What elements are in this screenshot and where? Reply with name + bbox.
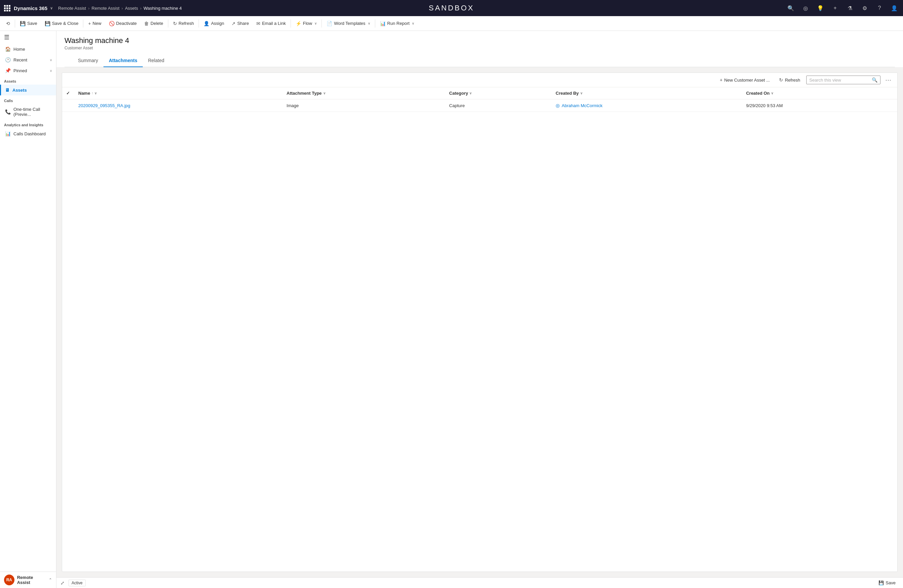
record-header: Washing machine 4 Customer Asset Summary… — [57, 31, 903, 67]
sidebar-item-pinned-label: Pinned — [13, 68, 27, 73]
content-area: Washing machine 4 Customer Asset Summary… — [57, 31, 903, 588]
sidebar-item-calls-dashboard[interactable]: 📊 Calls Dashboard — [0, 128, 56, 139]
deactivate-button[interactable]: 🚫 Deactivate — [105, 19, 140, 28]
grid-area: + New Customer Asset ... ↻ Refresh 🔍 ⋯ — [62, 72, 898, 572]
category-sort-icon: ∨ — [469, 91, 472, 95]
save-close-icon: 💾 — [45, 21, 50, 26]
breadcrumb-remote-assist-1[interactable]: Remote Assist — [58, 6, 86, 11]
sidebar-item-pinned[interactable]: 📌 Pinned ∨ — [0, 65, 56, 76]
share-icon: ↗ — [231, 21, 236, 26]
col-header-created-by[interactable]: Created By ∨ — [552, 87, 742, 99]
add-icon[interactable]: + — [831, 3, 840, 13]
col-header-name[interactable]: Name ↑ ∨ — [74, 87, 283, 99]
breadcrumb-assets[interactable]: Assets — [125, 6, 138, 11]
pinned-icon: 📌 — [5, 68, 11, 73]
separator-2 — [83, 19, 83, 28]
waffle-icon[interactable] — [4, 5, 10, 11]
tab-summary[interactable]: Summary — [72, 54, 104, 67]
refresh-button[interactable]: ↻ Refresh — [170, 19, 198, 28]
row-created-on-cell: 9/29/2020 9:53 AM — [742, 99, 897, 112]
lightbulb-icon[interactable]: 💡 — [816, 3, 825, 13]
email-link-button[interactable]: ✉ Email a Link — [253, 19, 289, 28]
sidebar-item-assets[interactable]: 🖥 Assets — [0, 85, 56, 95]
sidebar-item-home[interactable]: 🏠 Home — [0, 44, 56, 54]
row-checkbox[interactable] — [62, 99, 74, 112]
flow-button[interactable]: ⚡ Flow ∨ — [292, 19, 320, 28]
dashboard-icon: 📊 — [5, 131, 11, 136]
new-icon: + — [88, 21, 91, 26]
save-close-button[interactable]: 💾 Save & Close — [41, 19, 82, 28]
sidebar-user[interactable]: RA Remote Assist ⌃ — [0, 572, 56, 588]
more-options-button[interactable]: ⋯ — [883, 75, 893, 84]
breadcrumb-sep-2: › — [122, 6, 123, 11]
sidebar-item-assets-label: Assets — [13, 88, 27, 93]
table-row: 20200929_095355_RA.jpg Image Capture ◎ A… — [62, 99, 897, 112]
home-icon: 🏠 — [5, 46, 11, 52]
attachment-type-sort-icon: ∨ — [323, 91, 326, 95]
filter-icon[interactable]: ⚗ — [845, 3, 854, 13]
search-icon[interactable]: 🔍 — [786, 3, 796, 13]
section-analytics-label: Analytics and Insights — [0, 119, 56, 128]
new-button[interactable]: + New — [85, 19, 104, 28]
run-report-icon: 📊 — [380, 21, 385, 26]
search-input[interactable] — [809, 77, 870, 83]
col-header-attachment-type[interactable]: Attachment Type ∨ — [283, 87, 445, 99]
settings-icon[interactable]: ⚙ — [860, 3, 869, 13]
user-icon[interactable]: 👤 — [890, 3, 899, 13]
record-title: Washing machine 4 — [64, 36, 895, 45]
row-name-cell[interactable]: 20200929_095355_RA.jpg — [74, 99, 283, 112]
word-templates-button[interactable]: 📄 Word Templates ∨ — [323, 19, 373, 28]
status-save-button[interactable]: 💾 Save — [875, 579, 899, 586]
name-sort-desc-icon: ∨ — [94, 91, 97, 95]
checkbox-header[interactable]: ✓ — [62, 87, 74, 99]
tab-related[interactable]: Related — [143, 54, 170, 67]
sidebar-item-one-time-call[interactable]: 📞 One-time Call (Previe... — [0, 104, 56, 119]
history-button[interactable]: ⟲ — [3, 19, 13, 28]
row-name-link[interactable]: 20200929_095355_RA.jpg — [78, 103, 131, 108]
save-button[interactable]: 💾 Save — [16, 19, 41, 28]
refresh-icon: ↻ — [173, 21, 177, 26]
save-icon: 💾 — [20, 21, 25, 26]
share-button[interactable]: ↗ Share — [228, 19, 252, 28]
section-assets-label: Assets — [0, 76, 56, 85]
separator-6 — [321, 19, 322, 28]
sidebar-item-calls-dashboard-label: Calls Dashboard — [13, 131, 46, 136]
col-header-category[interactable]: Category ∨ — [445, 87, 552, 99]
grid-toolbar: + New Customer Asset ... ↻ Refresh 🔍 ⋯ — [62, 73, 897, 87]
created-by-link[interactable]: Abraham McCormick — [562, 103, 603, 108]
name-sort-asc-icon: ↑ — [91, 91, 93, 95]
col-header-created-on[interactable]: Created On ∨ — [742, 87, 897, 99]
row-attachment-type-cell: Image — [283, 99, 445, 112]
sidebar-toggle[interactable]: ☰ — [0, 31, 56, 44]
delete-button[interactable]: 🗑 Delete — [141, 19, 167, 28]
tab-attachments[interactable]: Attachments — [104, 54, 143, 67]
tabs: Summary Attachments Related — [64, 54, 895, 67]
breadcrumb-remote-assist-2[interactable]: Remote Assist — [92, 6, 120, 11]
recent-chevron-icon: ∨ — [50, 58, 52, 62]
run-report-button[interactable]: 📊 Run Report ∨ — [377, 19, 418, 28]
search-icon: 🔍 — [872, 77, 878, 83]
new-customer-asset-button[interactable]: + New Customer Asset ... — [716, 75, 773, 84]
main-layout: ☰ 🏠 Home 🕐 Recent ∨ 📌 Pinned ∨ Assets 🖥 … — [0, 31, 903, 588]
grid-refresh-button[interactable]: ↻ Refresh — [776, 75, 804, 84]
avatar: RA — [4, 575, 14, 585]
target-icon[interactable]: ◎ — [801, 3, 810, 13]
email-icon: ✉ — [256, 21, 260, 26]
help-icon[interactable]: ? — [875, 3, 884, 13]
assign-button[interactable]: 👤 Assign — [200, 19, 227, 28]
separator-1 — [15, 19, 15, 28]
sidebar-user-name: Remote Assist — [17, 575, 46, 585]
status-save-icon: 💾 — [878, 580, 884, 585]
flow-icon: ⚡ — [296, 21, 301, 26]
search-box[interactable]: 🔍 — [806, 75, 881, 84]
sidebar-item-recent[interactable]: 🕐 Recent ∨ — [0, 54, 56, 65]
word-templates-chevron-icon: ∨ — [368, 22, 370, 25]
breadcrumb-current: Washing machine 4 — [143, 6, 182, 11]
grid-table: ✓ Name ↑ ∨ — [62, 87, 897, 112]
record-subtitle: Customer Asset — [64, 46, 895, 50]
top-nav-bar: Dynamics 365 ∨ Remote Assist › Remote As… — [0, 0, 903, 16]
breadcrumb-sep-1: › — [88, 6, 90, 11]
expand-icon[interactable]: ⤢ — [60, 580, 64, 586]
created-by-sort-icon: ∨ — [580, 91, 582, 95]
brand[interactable]: Dynamics 365 ∨ — [4, 5, 53, 11]
